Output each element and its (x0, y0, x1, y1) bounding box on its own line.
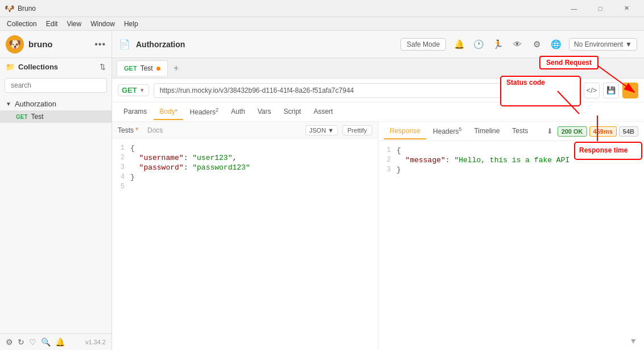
send-button[interactable]: → (622, 83, 638, 98)
tab-name: Test (141, 64, 153, 72)
response-panel: Response Headers5 Timeline Tests ⬇ 200 O… (378, 122, 644, 350)
collection-item-authorzation[interactable]: ▼ Authorzation (0, 97, 112, 110)
eye-icon[interactable]: 👁 (510, 37, 525, 52)
titlebar-left: 🐶 Bruno (5, 4, 36, 13)
env-label: No Environment (574, 40, 623, 48)
resp-line-1: 1 { (378, 146, 644, 155)
globe-icon[interactable]: 🌐 (548, 37, 563, 52)
clock-icon[interactable]: 🕐 (471, 37, 486, 52)
tests-asterisk: * (135, 126, 138, 134)
code-line-3: 3 "password": "password123" (112, 163, 378, 172)
sidebar-footer: ⚙ ↻ ♡ 🔍 🔔 v1.34.2 (0, 333, 112, 350)
app-title: Bruno (18, 5, 36, 13)
request-tabs: Params Body* Headers2 Auth Vars Script A… (112, 102, 644, 122)
collections-label: 📁 Collections (6, 63, 58, 71)
code-line-4: 4 } (112, 172, 378, 182)
safe-mode-button[interactable]: Safe Mode (401, 38, 446, 51)
docs-label: Docs (147, 126, 163, 134)
tab-params[interactable]: Params (118, 104, 152, 120)
request-item-test[interactable]: GET Test (0, 110, 112, 123)
method-label: GET (122, 86, 137, 94)
status-time-badge: 459ms (589, 126, 617, 137)
env-arrow-icon: ▼ (625, 40, 632, 48)
method-badge: GET (16, 114, 28, 120)
resp-line-3: 3 } (378, 165, 644, 175)
menu-view[interactable]: View (62, 19, 86, 29)
format-selector[interactable]: JSON ▼ (306, 125, 338, 135)
sidebar-header: 🐶 bruno ••• (0, 31, 112, 58)
prettify-button[interactable]: Prettify (342, 125, 372, 135)
heart-icon[interactable]: ♡ (29, 337, 36, 347)
minimize-button[interactable]: — (561, 0, 587, 17)
tab-auth[interactable]: Auth (225, 104, 251, 120)
sidebar-menu-button[interactable]: ••• (94, 39, 106, 50)
url-input[interactable] (154, 83, 579, 98)
settings-icon[interactable]: ⚙ (6, 337, 13, 347)
topbar: 📄 Authorzation Safe Mode 🔔 🕐 🏃 👁 ⚙ 🌐 No … (112, 31, 644, 58)
search-container (0, 76, 112, 97)
collections-header: 📁 Collections ⇅ (0, 58, 112, 76)
menu-edit[interactable]: Edit (42, 19, 63, 29)
sidebar: 🐶 bruno ••• 📁 Collections ⇅ ▼ Authorzati… (0, 31, 112, 350)
add-tab-button[interactable]: + (169, 61, 184, 76)
menu-help[interactable]: Help (119, 19, 143, 29)
topbar-title: Authorzation (136, 40, 395, 49)
method-selector[interactable]: GET ▼ (118, 84, 149, 96)
tab-test[interactable]: GET Test (117, 60, 168, 76)
gear-icon[interactable]: ⚙ (529, 37, 544, 52)
topbar-icons: 🔔 🕐 🏃 👁 ⚙ 🌐 (452, 37, 563, 52)
urlbar: GET ▼ </> 💾 → (112, 79, 644, 102)
status-ok-badge: 200 OK (558, 126, 587, 137)
app-version: v1.34.2 (85, 339, 106, 345)
tab-response-headers[interactable]: Headers5 (427, 123, 467, 140)
request-name: Test (31, 113, 44, 121)
tab-script[interactable]: Script (278, 104, 307, 120)
main-layout: 🐶 bruno ••• 📁 Collections ⇅ ▼ Authorzati… (0, 31, 644, 350)
tab-assert[interactable]: Assert (308, 104, 338, 120)
collection-name: Authorzation (15, 100, 56, 108)
search-input[interactable] (5, 78, 107, 93)
status-size-badge: 54B (619, 126, 638, 137)
tab-timeline[interactable]: Timeline (468, 123, 505, 139)
tab-modified-dot (156, 67, 160, 71)
menu-collection[interactable]: Collection (2, 19, 42, 29)
method-dropdown-icon: ▼ (139, 87, 145, 93)
response-status-area: ⬇ 200 OK 459ms 54B (547, 126, 638, 137)
collections-icon: 📁 (6, 63, 15, 71)
tab-tests[interactable]: Tests (506, 123, 534, 139)
close-button[interactable]: ✕ (613, 0, 639, 17)
code-view-button[interactable]: </> (584, 83, 600, 98)
menu-window[interactable]: Window (86, 19, 119, 29)
download-icon[interactable]: ⬇ (547, 127, 553, 135)
save-button[interactable]: 💾 (603, 83, 619, 98)
filter-icon[interactable]: ▼ (629, 336, 637, 345)
response-tabs: Response Headers5 Timeline Tests ⬇ 200 O… (378, 122, 644, 141)
tab-response[interactable]: Response (384, 123, 426, 139)
titlebar-controls: — □ ✕ (561, 0, 639, 17)
body-area: Tests * Docs JSON ▼ Prettify 1 { (112, 122, 644, 350)
code-line-1: 1 { (112, 143, 378, 153)
code-line-2: 2 "username": "user123", (112, 153, 378, 163)
maximize-button[interactable]: □ (587, 0, 613, 17)
body-modified-badge: * (175, 109, 177, 115)
content-area: 📄 Authorzation Safe Mode 🔔 🕐 🏃 👁 ⚙ 🌐 No … (112, 31, 644, 350)
tab-method: GET (124, 65, 137, 72)
url-action-buttons: </> 💾 → (584, 83, 638, 98)
environment-select[interactable]: No Environment ▼ (569, 38, 637, 51)
editor-panel: Tests * Docs JSON ▼ Prettify 1 { (112, 122, 378, 350)
sort-icon[interactable]: ⇅ (100, 63, 106, 71)
tab-vars[interactable]: Vars (252, 104, 277, 120)
refresh-icon[interactable]: ↻ (18, 337, 24, 347)
response-icons: ⬇ (547, 127, 553, 135)
collection-arrow-icon: ▼ (6, 101, 11, 107)
resp-line-2: 2 "message": "Hello, this is a fake API (378, 155, 644, 165)
app-logo: 🐶 (5, 4, 14, 13)
bell-icon[interactable]: 🔔 (55, 337, 65, 347)
search-footer-icon[interactable]: 🔍 (41, 337, 51, 347)
runner-icon[interactable]: 🏃 (490, 37, 505, 52)
alarm-icon[interactable]: 🔔 (452, 37, 467, 52)
titlebar: 🐶 Bruno — □ ✕ (0, 0, 644, 17)
tab-body[interactable]: Body* (154, 104, 183, 120)
format-label: JSON (309, 127, 326, 134)
tab-headers[interactable]: Headers2 (184, 104, 224, 121)
